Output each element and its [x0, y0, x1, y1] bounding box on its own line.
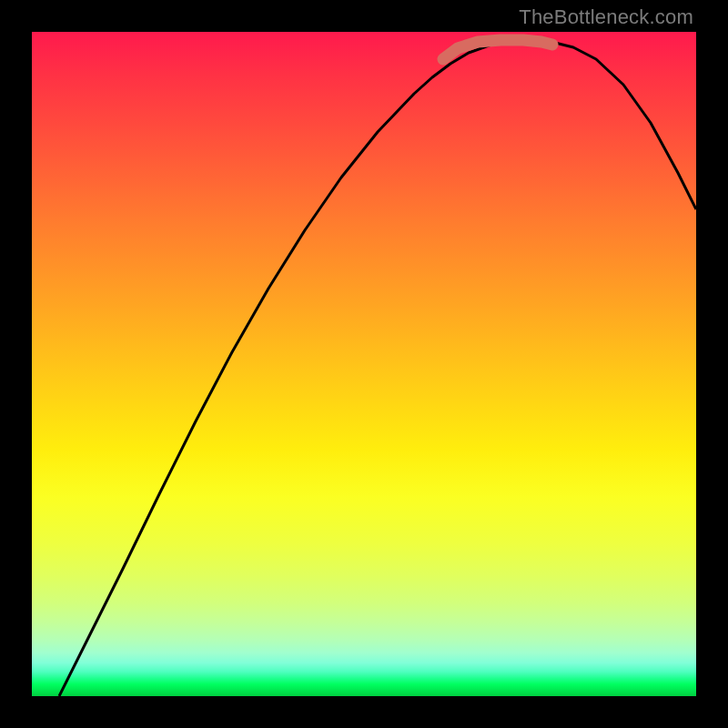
highlight-segment [443, 40, 552, 59]
watermark-text: TheBottleneck.com [519, 5, 693, 29]
plot-area [32, 32, 696, 696]
bottleneck-curve [59, 41, 696, 696]
chart-svg [32, 32, 696, 696]
chart-container: TheBottleneck.com [0, 0, 728, 728]
